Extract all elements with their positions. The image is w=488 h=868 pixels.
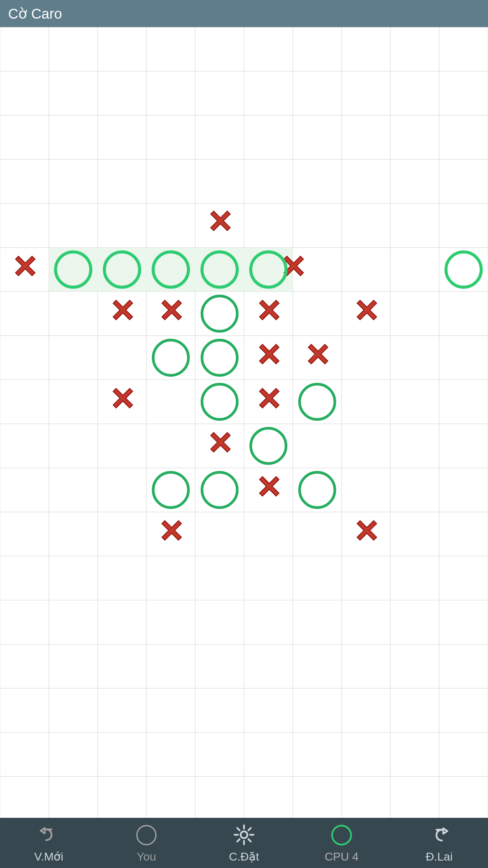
you-label: You — [137, 850, 156, 863]
svg-text:✕: ✕ — [256, 338, 281, 372]
cpu-circle-icon — [329, 823, 354, 847]
gear-icon — [232, 823, 256, 847]
app-header: Cờ Caro — [0, 0, 488, 27]
svg-text:✕: ✕ — [109, 294, 135, 328]
svg-text:✕: ✕ — [256, 294, 281, 328]
svg-text:✕: ✕ — [207, 205, 232, 239]
vnew-button[interactable]: V.Mới — [15, 823, 83, 863]
svg-text:✕: ✕ — [12, 250, 37, 284]
svg-text:✕: ✕ — [109, 382, 135, 416]
svg-line-40 — [248, 839, 251, 842]
app-title: Cờ Caro — [8, 5, 62, 22]
svg-rect-1 — [0, 27, 488, 818]
svg-line-41 — [248, 828, 251, 830]
you-circle-icon — [134, 823, 159, 847]
svg-text:✕: ✕ — [256, 471, 281, 505]
svg-line-42 — [237, 839, 240, 842]
svg-text:✕: ✕ — [353, 515, 379, 549]
svg-point-33 — [137, 826, 156, 845]
you-button[interactable]: You — [113, 823, 180, 863]
footer-toolbar: V.Mới You — [0, 818, 488, 868]
cdat-label: C.Đặt — [229, 850, 259, 863]
svg-rect-2 — [49, 248, 293, 292]
svg-point-43 — [332, 826, 351, 845]
svg-text:✕: ✕ — [158, 515, 184, 549]
cpu4-label: CPU 4 — [325, 850, 359, 863]
svg-line-39 — [237, 828, 240, 830]
undo-right-icon — [427, 823, 451, 847]
board-svg: ✕ ✕ ✕ ✕ ✕ ✕ ✕ ✕ ✕ ✕ ✕ ✕ ✕ ✕ ✕ — [0, 27, 488, 818]
undo-left-icon — [37, 823, 61, 847]
vnew-label: V.Mới — [34, 850, 63, 863]
svg-text:✕: ✕ — [353, 294, 379, 328]
svg-text:✕: ✕ — [207, 427, 232, 460]
settings-button[interactable]: C.Đặt — [210, 823, 278, 863]
svg-text:✕: ✕ — [256, 382, 281, 416]
dlai-button[interactable]: Đ.Lai — [405, 823, 473, 863]
svg-text:✕: ✕ — [305, 338, 330, 372]
dlai-label: Đ.Lai — [426, 850, 452, 863]
game-board[interactable]: ✕ ✕ ✕ ✕ ✕ ✕ ✕ ✕ ✕ ✕ ✕ ✕ ✕ ✕ ✕ — [0, 27, 488, 818]
svg-point-34 — [241, 831, 247, 838]
cpu4-button[interactable]: CPU 4 — [308, 823, 375, 863]
svg-text:✕: ✕ — [158, 294, 184, 328]
